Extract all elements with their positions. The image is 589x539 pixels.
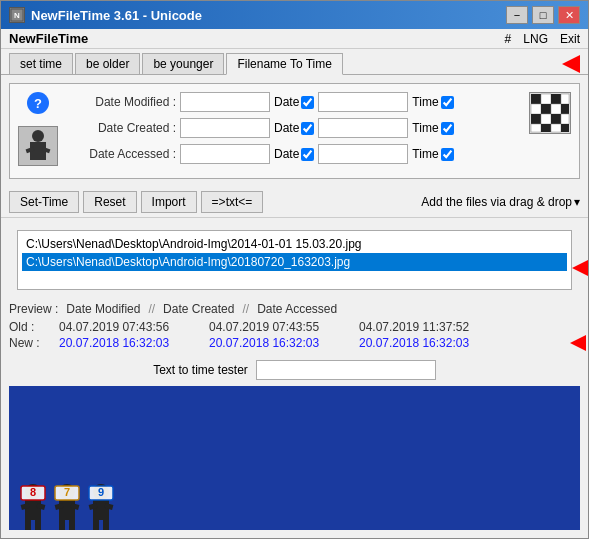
help-button[interactable]: ? xyxy=(27,92,49,114)
preview-old-val1: 04.07.2019 07:43:56 xyxy=(59,320,209,334)
svg-rect-15 xyxy=(561,104,569,114)
figure-8: 8 xyxy=(17,482,49,530)
preview-col2: Date Created xyxy=(163,302,234,316)
minimize-button[interactable]: − xyxy=(506,6,528,24)
svg-rect-8 xyxy=(531,94,541,104)
preview-old-row: Old : 04.07.2019 07:43:56 04.07.2019 07:… xyxy=(9,320,580,334)
svg-rect-16 xyxy=(531,114,541,124)
file-list[interactable]: C:\Users\Nenad\Desktop\Android-Img\2014-… xyxy=(17,230,572,290)
left-controls: ? xyxy=(18,92,58,169)
date-accessed-date-checkbox[interactable] xyxy=(301,148,314,161)
date-modified-date-checkbox[interactable] xyxy=(301,96,314,109)
file-arrow xyxy=(572,260,588,276)
preview-sep2: // xyxy=(242,302,249,316)
preview-panel: Preview : Date Modified // Date Created … xyxy=(9,302,580,350)
title-controls: − □ ✕ xyxy=(506,6,580,24)
date-modified-date-check-label: Date xyxy=(274,95,314,109)
date-accessed-date-input[interactable] xyxy=(180,144,270,164)
left-icon xyxy=(18,126,58,169)
svg-rect-12 xyxy=(531,104,541,114)
svg-rect-28 xyxy=(25,520,31,530)
tab-be-older[interactable]: be older xyxy=(75,53,140,74)
main-panel: ? Date Modified : xyxy=(1,75,588,187)
preview-arrow xyxy=(570,335,586,351)
drag-drop-label: Add the files via drag & drop ▾ xyxy=(421,195,580,209)
svg-rect-17 xyxy=(541,114,551,124)
tab-be-younger[interactable]: be younger xyxy=(142,53,224,74)
date-accessed-time-input[interactable] xyxy=(318,144,408,164)
date-modified-time-checkbox[interactable] xyxy=(441,96,454,109)
svg-rect-25 xyxy=(25,500,41,520)
date-created-row: Date Created : Date Time xyxy=(66,118,521,138)
reset-button[interactable]: Reset xyxy=(83,191,136,213)
right-icon xyxy=(529,92,571,137)
app-icon: N xyxy=(9,7,25,23)
svg-rect-10 xyxy=(551,94,561,104)
preview-new-label: New : xyxy=(9,336,59,350)
svg-text:N: N xyxy=(14,11,20,20)
preview-label: Preview : xyxy=(9,302,58,316)
preview-col1: Date Modified xyxy=(66,302,140,316)
date-created-date-label: Date xyxy=(274,121,299,135)
svg-rect-44 xyxy=(93,520,99,530)
tab-filename-to-time[interactable]: Filename To Time xyxy=(226,53,342,75)
tabs-bar: set time be older be younger Filename To… xyxy=(1,49,588,75)
figure-7: 7 xyxy=(51,482,83,530)
bottom-decoration: 8 7 xyxy=(9,386,580,530)
title-bar: N NewFileTime 3.61 - Unicode − □ ✕ xyxy=(1,1,588,29)
preview-new-row: New : 20.07.2018 16:32:03 20.07.2018 16:… xyxy=(9,336,580,350)
preview-new-val2: 20.07.2018 16:32:03 xyxy=(209,336,359,350)
import-button[interactable]: Import xyxy=(141,191,197,213)
date-created-date-input[interactable] xyxy=(180,118,270,138)
maximize-button[interactable]: □ xyxy=(532,6,554,24)
date-modified-date-label: Date xyxy=(274,95,299,109)
date-modified-date-input[interactable] xyxy=(180,92,270,112)
to-txt-button[interactable]: =>txt<= xyxy=(201,191,264,213)
date-created-time-input[interactable] xyxy=(318,118,408,138)
menu-lng[interactable]: LNG xyxy=(523,32,548,46)
menu-exit[interactable]: Exit xyxy=(560,32,580,46)
date-accessed-date-check-label: Date xyxy=(274,147,314,161)
svg-rect-33 xyxy=(59,500,75,520)
file-list-container: C:\Users\Nenad\Desktop\Android-Img\2014-… xyxy=(9,222,580,298)
svg-rect-18 xyxy=(551,114,561,124)
svg-rect-21 xyxy=(541,124,551,132)
title-bar-left: N NewFileTime 3.61 - Unicode xyxy=(9,7,202,23)
svg-rect-29 xyxy=(35,520,41,530)
svg-rect-41 xyxy=(93,500,109,520)
date-created-date-checkbox[interactable] xyxy=(301,122,314,135)
preview-new-val1: 20.07.2018 16:32:03 xyxy=(59,336,209,350)
preview-old-label: Old : xyxy=(9,320,59,334)
date-modified-time-input[interactable] xyxy=(318,92,408,112)
menu-hash[interactable]: # xyxy=(505,32,512,46)
svg-text:8: 8 xyxy=(30,486,36,498)
text-tester-row: Text to time tester xyxy=(9,360,580,380)
tab-set-time[interactable]: set time xyxy=(9,53,73,74)
menu-bar: NewFileTime # LNG Exit xyxy=(1,29,588,49)
file-item-2[interactable]: C:\Users\Nenad\Desktop\Android-Img\20180… xyxy=(22,253,567,271)
preview-header: Preview : Date Modified // Date Created … xyxy=(9,302,580,316)
text-tester-input[interactable] xyxy=(256,360,436,380)
svg-rect-45 xyxy=(103,520,109,530)
date-created-label: Date Created : xyxy=(66,121,176,135)
action-bar-left: Set-Time Reset Import =>txt<= xyxy=(9,191,263,213)
preview-old-val3: 04.07.2019 11:37:52 xyxy=(359,320,509,334)
panel-inner: ? Date Modified : xyxy=(9,83,580,179)
date-accessed-date-label: Date xyxy=(274,147,299,161)
svg-text:7: 7 xyxy=(64,486,70,498)
drag-drop-dropdown[interactable]: ▾ xyxy=(574,195,580,209)
main-window: N NewFileTime 3.61 - Unicode − □ ✕ NewFi… xyxy=(0,0,589,539)
action-bar: Set-Time Reset Import =>txt<= Add the fi… xyxy=(1,187,588,218)
svg-rect-19 xyxy=(561,114,569,124)
set-time-button[interactable]: Set-Time xyxy=(9,191,79,213)
svg-rect-23 xyxy=(561,124,569,132)
app-menu-label[interactable]: NewFileTime xyxy=(9,31,88,46)
preview-sep1: // xyxy=(148,302,155,316)
file-item-1[interactable]: C:\Users\Nenad\Desktop\Android-Img\2014-… xyxy=(22,235,567,253)
svg-text:9: 9 xyxy=(98,486,104,498)
date-modified-time-label: Time xyxy=(412,95,438,109)
date-accessed-time-checkbox[interactable] xyxy=(441,148,454,161)
date-created-time-checkbox[interactable] xyxy=(441,122,454,135)
close-button[interactable]: ✕ xyxy=(558,6,580,24)
preview-old-val2: 04.07.2019 07:43:55 xyxy=(209,320,359,334)
